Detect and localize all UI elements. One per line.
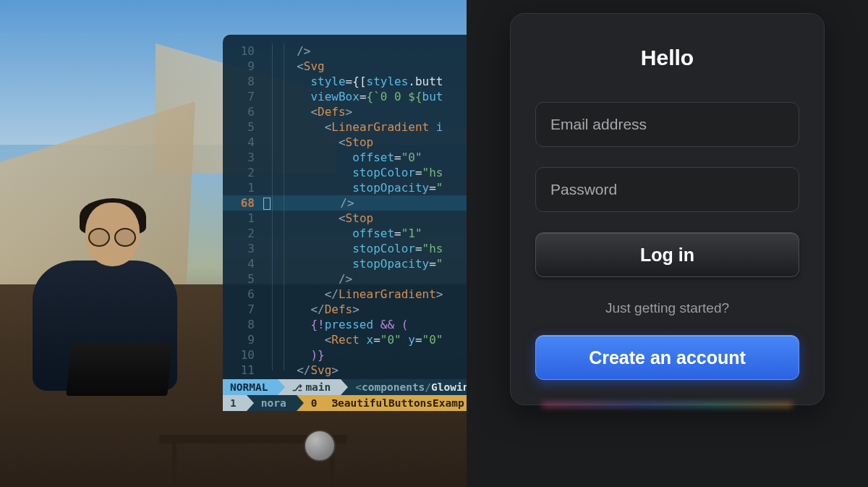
- line-number: 3: [223, 241, 262, 256]
- git-branch: ⎇main: [278, 379, 341, 395]
- line-number: 3: [223, 150, 262, 165]
- cursor-icon: [263, 198, 271, 210]
- app-preview-panel: Hello Log in Just getting started? Creat…: [467, 0, 868, 487]
- line-number: 1: [223, 211, 262, 226]
- line-number: 11: [223, 363, 262, 378]
- line-number: 10: [223, 347, 262, 363]
- login-card: Hello Log in Just getting started? Creat…: [510, 13, 825, 405]
- line-number: 6: [223, 287, 262, 302]
- line-number: 8: [223, 317, 262, 332]
- line-number: 2: [223, 226, 262, 241]
- line-number: 7: [223, 89, 262, 104]
- active-code-line[interactable]: 68 />: [223, 195, 467, 211]
- line-number: 6: [223, 104, 262, 119]
- password-field[interactable]: [535, 167, 799, 212]
- status-session-name: nora: [247, 395, 297, 411]
- background-photo-panel: 10 /> 9 <Svg 8 style={[styles.butt 7 vie…: [0, 0, 467, 487]
- line-number: 10: [223, 43, 262, 59]
- person-with-laptop: [29, 203, 181, 391]
- vim-mode-indicator: NORMAL: [223, 379, 278, 395]
- create-account-button[interactable]: Create an account: [535, 335, 799, 380]
- line-number: 2: [223, 165, 262, 180]
- code-editor[interactable]: 10 /> 9 <Svg 8 style={[styles.butt 7 vie…: [223, 35, 467, 411]
- line-number: 4: [223, 256, 262, 271]
- line-number: 4: [223, 135, 262, 150]
- editor-status-bar: NORMAL ⎇main <components/Glowing 1 nora …: [223, 379, 467, 411]
- line-number: 5: [223, 119, 262, 135]
- line-number: 9: [223, 59, 262, 74]
- login-title: Hello: [535, 46, 799, 70]
- line-number: 5: [223, 271, 262, 287]
- line-number: 9: [223, 332, 262, 347]
- email-field[interactable]: [535, 102, 799, 147]
- file-breadcrumb: <components/Glowing: [341, 379, 467, 395]
- status-left-number: 1: [223, 395, 247, 411]
- status-open-file: BeautifulButtonsExamp: [327, 395, 467, 411]
- line-number: 1: [223, 180, 262, 195]
- line-number: 8: [223, 74, 262, 89]
- line-number-active: 68: [223, 195, 262, 211]
- signup-hint: Just getting started?: [535, 300, 799, 316]
- branch-icon: ⎇: [292, 383, 302, 393]
- login-button[interactable]: Log in: [535, 232, 799, 277]
- line-number: 7: [223, 302, 262, 317]
